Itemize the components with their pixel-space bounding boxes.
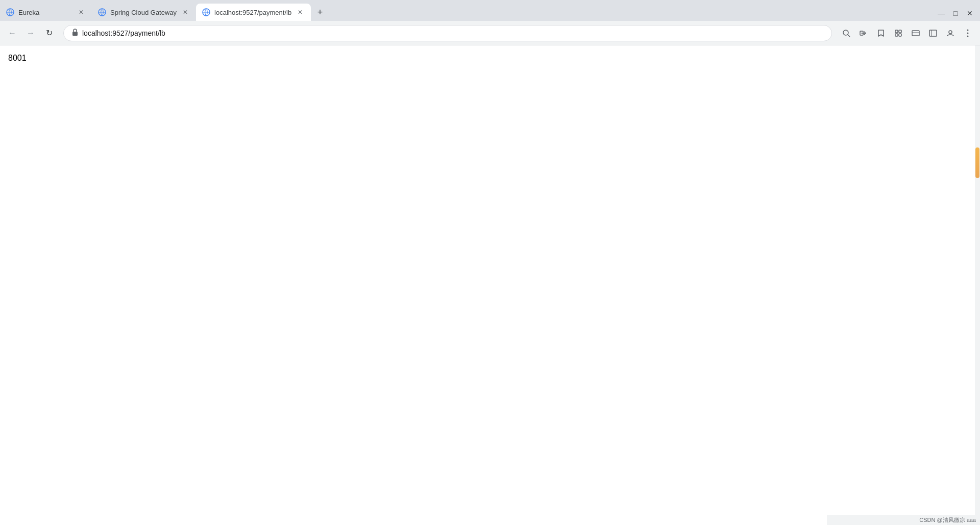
scrollbar-thumb[interactable] [975,147,979,178]
svg-point-21 [967,35,969,37]
tab-gateway-close[interactable]: ✕ [181,8,190,17]
page-content: 8001 [0,45,980,525]
svg-rect-16 [929,30,937,36]
scrollbar[interactable] [975,45,980,525]
svg-rect-10 [895,30,898,33]
tab-spring-cloud-gateway[interactable]: Spring Cloud Gateway ✕ [92,4,196,21]
svg-rect-6 [72,32,78,36]
tab-payment-lb[interactable]: localhost:9527/payment/lb ✕ [196,4,311,21]
maximize-button[interactable]: □ [949,7,962,19]
watermark-bar: CSDN @清风微凉 aaa [827,515,980,525]
svg-rect-14 [912,31,919,36]
svg-line-8 [848,35,850,37]
profile-button[interactable] [942,25,959,41]
extensions-button[interactable] [890,25,906,41]
share-button[interactable] [855,25,872,41]
new-tab-button[interactable]: + [313,5,327,19]
tab-eureka[interactable]: Eureka ✕ [0,4,92,21]
tab-gateway-title: Spring Cloud Gateway [110,9,177,16]
eureka-favicon [6,8,14,16]
close-window-button[interactable]: ✕ [964,7,976,19]
watermark-text: CSDN @清风微凉 aaa [919,516,976,524]
tab-payment-title: localhost:9527/payment/lb [214,9,291,16]
tab-eureka-close[interactable]: ✕ [77,8,86,17]
url-text: localhost:9527/payment/lb [82,29,823,37]
svg-point-18 [949,31,952,34]
reload-button[interactable]: ↻ [41,25,57,41]
window-controls: — □ ✕ [935,7,980,19]
browser-chrome: Eureka ✕ Spring Cloud Gateway ✕ [0,0,980,45]
svg-point-19 [967,29,969,31]
zoom-button[interactable] [838,25,854,41]
payment-favicon [202,8,210,16]
toolbar-right [838,25,976,41]
minimize-button[interactable]: — [935,7,947,19]
svg-point-20 [967,32,969,34]
svg-point-7 [843,30,848,35]
back-button[interactable]: ← [4,25,20,41]
svg-rect-12 [895,34,898,36]
address-bar: ← → ↻ localhost:9527/payment/lb [0,21,980,45]
lock-icon [72,29,78,37]
tab-payment-close[interactable]: ✕ [296,8,305,17]
bookmark-button[interactable] [873,25,889,41]
url-bar[interactable]: localhost:9527/payment/lb [63,25,832,41]
menu-button[interactable] [960,25,976,41]
page-main-text: 8001 [8,54,27,62]
svg-rect-11 [899,30,901,33]
tab-bar: Eureka ✕ Spring Cloud Gateway ✕ [0,0,980,21]
tab-search-button[interactable] [908,25,924,41]
svg-rect-13 [899,34,901,36]
tab-eureka-title: Eureka [18,9,72,16]
gateway-favicon [98,8,106,16]
forward-button[interactable]: → [22,25,39,41]
sidebar-button[interactable] [925,25,941,41]
